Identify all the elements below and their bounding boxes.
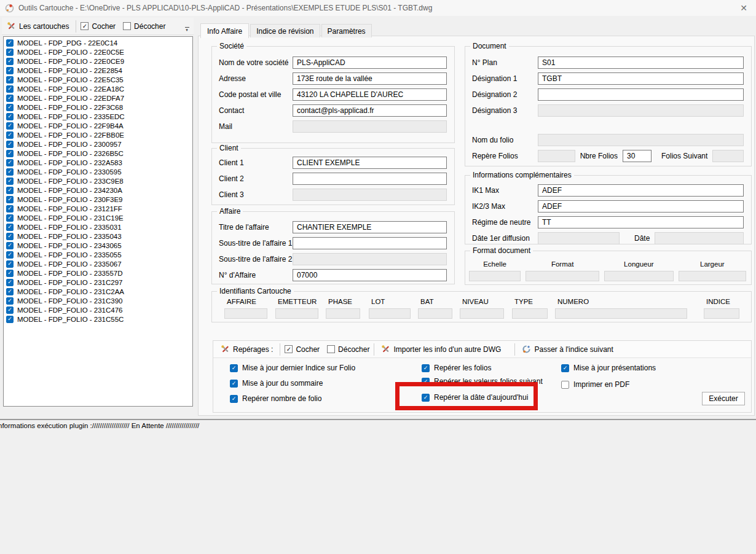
check-reperer-folios[interactable]: ✓ Repérer les folios — [422, 364, 491, 372]
list-item-checkbox[interactable]: ✓ — [6, 168, 14, 176]
check-reperer-date[interactable]: ✓ Repérer la dâte d'aujourd'hui — [422, 393, 528, 402]
check-maj-presentations[interactable]: ✓ Mise à jour présentations — [561, 364, 656, 372]
list-item-checkbox[interactable]: ✓ — [6, 260, 14, 268]
list-item[interactable]: ✓ MODEL - FDP_FOLIO - 22E2854 — [4, 66, 192, 75]
maj-presentations-checkbox[interactable]: ✓ — [561, 364, 569, 372]
executer-button[interactable]: Exécuter — [702, 392, 745, 405]
list-item-checkbox[interactable]: ✓ — [6, 270, 14, 277]
rep-cocher-checkbox[interactable]: ✓ — [285, 345, 293, 353]
affaire-titre-field[interactable]: CHANTIER EXEMPLE — [293, 221, 447, 233]
list-item-checkbox[interactable]: ✓ — [6, 187, 14, 194]
rep-decocher-item[interactable]: ✓ Décocher — [327, 345, 369, 354]
list-item-checkbox[interactable]: ✓ — [6, 288, 14, 295]
list-item-checkbox[interactable]: ✓ — [6, 122, 14, 130]
list-item-checkbox[interactable]: ✓ — [6, 85, 14, 93]
list-item-checkbox[interactable]: ✓ — [6, 49, 14, 56]
tab-indice-revision[interactable]: Indice de révision — [250, 24, 320, 37]
list-item-checkbox[interactable]: ✓ — [6, 196, 14, 203]
decocher-checkbox[interactable]: ✓ — [123, 22, 131, 30]
list-item-checkbox[interactable]: ✓ — [6, 316, 14, 323]
list-item[interactable]: ✓ MODEL - FDP_PDG - 22E0C14 — [4, 38, 192, 47]
client1-field[interactable]: CLIENT EXEMPLE — [293, 157, 447, 169]
societe-adresse-field[interactable]: 173E route de la vallée — [293, 72, 447, 85]
list-item-checkbox[interactable]: ✓ — [6, 58, 14, 65]
list-item-checkbox[interactable]: ✓ — [6, 67, 14, 74]
maj-sommaire-checkbox[interactable]: ✓ — [230, 380, 238, 388]
list-item[interactable]: ✓ MODEL - FDP_FOLIO - 233557D — [4, 268, 192, 278]
list-item[interactable]: ✓ MODEL - FDP_FOLIO - 2330595 — [4, 167, 192, 176]
list-item[interactable]: ✓ MODEL - FDP_FOLIO - 22EA18C — [4, 84, 192, 93]
list-item[interactable]: ✓ MODEL - FDP_FOLIO - 22E0CE9 — [4, 57, 192, 66]
cartouche-list[interactable]: ✓ MODEL - FDP_PDG - 22E0C14 ✓ MODEL - FD… — [3, 36, 193, 407]
rep-decocher-checkbox[interactable]: ✓ — [327, 345, 335, 353]
list-item[interactable]: ✓ MODEL - FDP_FOLIO - 22E5C35 — [4, 75, 192, 84]
regime-neutre-field[interactable]: TT — [538, 216, 744, 228]
list-item-checkbox[interactable]: ✓ — [6, 224, 14, 231]
list-item-checkbox[interactable]: ✓ — [6, 39, 14, 47]
list-item[interactable]: ✓ MODEL - FDP_FOLIO - 231C297 — [4, 278, 192, 287]
cocher-checkbox-item[interactable]: ✓ Cocher — [81, 22, 116, 31]
tab-info-affaire[interactable]: Info Affaire — [200, 23, 249, 38]
societe-ville-field[interactable]: 43120 LA CHAPELLE D'AUREC — [293, 88, 447, 101]
reperer-folios-checkbox[interactable]: ✓ — [422, 364, 430, 372]
list-item-checkbox[interactable]: ✓ — [6, 131, 14, 139]
check-reperer-nombre-folio[interactable]: ✓ Repérer nombre de folio — [230, 394, 321, 403]
list-item[interactable]: ✓ MODEL - FDP_FOLIO - 231C19E — [4, 213, 192, 222]
list-item-checkbox[interactable]: ✓ — [6, 242, 14, 249]
list-item-checkbox[interactable]: ✓ — [6, 104, 14, 111]
list-item[interactable]: ✓ MODEL - FDP_FOLIO - 234230A — [4, 185, 192, 195]
list-item[interactable]: ✓ MODEL - FDP_FOLIO - 2335043 — [4, 232, 192, 241]
nbre-folios-field[interactable]: 30 — [623, 150, 652, 162]
les-cartouches-button[interactable]: Les cartouches — [4, 20, 71, 32]
list-item-checkbox[interactable]: ✓ — [6, 95, 14, 102]
decocher-checkbox-item[interactable]: ✓ Décocher — [123, 22, 165, 31]
list-item-checkbox[interactable]: ✓ — [6, 214, 14, 222]
list-item[interactable]: ✓ MODEL - FDP_FOLIO - 23121FF — [4, 204, 192, 213]
list-item[interactable]: ✓ MODEL - FDP_FOLIO - 2335031 — [4, 222, 192, 232]
designation1-field[interactable]: TGBT — [538, 72, 744, 85]
list-item[interactable]: ✓ MODEL - FDP_FOLIO - 231C2AA — [4, 287, 192, 296]
imprimer-pdf-checkbox[interactable]: ✓ — [561, 381, 569, 389]
client2-field[interactable] — [293, 173, 447, 185]
toolbar-overflow-icon[interactable]: ▾ — [183, 24, 191, 34]
ik23-max-field[interactable]: ADEF — [538, 200, 744, 213]
list-item[interactable]: ✓ MODEL - FDP_FOLIO - 2343065 — [4, 241, 192, 250]
list-item-checkbox[interactable]: ✓ — [6, 233, 14, 240]
list-item[interactable]: ✓ MODEL - FDP_FOLIO - 2335055 — [4, 250, 192, 259]
importer-dwg-button[interactable]: Importer les info d'un autre DWG — [379, 343, 503, 355]
list-item[interactable]: ✓ MODEL - FDP_FOLIO - 2300957 — [4, 139, 192, 149]
list-item[interactable]: ✓ MODEL - FDP_FOLIO - 2326B5C — [4, 149, 192, 158]
list-item-checkbox[interactable]: ✓ — [6, 159, 14, 166]
reperages-button[interactable]: Repérages : — [218, 343, 275, 355]
designation2-field[interactable] — [538, 88, 744, 101]
close-icon[interactable]: ✕ — [738, 2, 750, 14]
list-item-checkbox[interactable]: ✓ — [6, 113, 14, 120]
list-item[interactable]: ✓ MODEL - FDP_FOLIO - 230F3E9 — [4, 195, 192, 204]
list-item[interactable]: ✓ MODEL - FDP_FOLIO - 231C390 — [4, 296, 192, 305]
maj-indice-checkbox[interactable]: ✓ — [230, 364, 238, 372]
list-item[interactable]: ✓ MODEL - FDP_FOLIO - 2335067 — [4, 259, 192, 268]
list-item[interactable]: ✓ MODEL - FDP_FOLIO - 22E0C5E — [4, 47, 192, 57]
list-item[interactable]: ✓ MODEL - FDP_FOLIO - 22F9B4A — [4, 121, 192, 130]
list-item-checkbox[interactable]: ✓ — [6, 306, 14, 314]
list-item-checkbox[interactable]: ✓ — [6, 178, 14, 185]
rep-cocher-item[interactable]: ✓ Cocher — [285, 345, 320, 354]
plan-field[interactable]: S01 — [538, 57, 744, 69]
societe-nom-field[interactable]: PLS-AppliCAD — [293, 57, 447, 69]
passer-indice-button[interactable]: Passer à l'indice suivant — [519, 343, 615, 355]
list-item[interactable]: ✓ MODEL - FDP_FOLIO - 231C476 — [4, 305, 192, 314]
list-item[interactable]: ✓ MODEL - FDP_FOLIO - 231C55C — [4, 314, 192, 324]
reperer-date-checkbox[interactable]: ✓ — [422, 394, 430, 402]
list-item-checkbox[interactable]: ✓ — [6, 297, 14, 305]
list-item[interactable]: ✓ MODEL - FDP_FOLIO - 22EDFA7 — [4, 93, 192, 103]
list-item-checkbox[interactable]: ✓ — [6, 205, 14, 213]
list-item[interactable]: ✓ MODEL - FDP_FOLIO - 233C9E8 — [4, 176, 192, 185]
ik1-max-field[interactable]: ADEF — [538, 184, 744, 197]
list-item[interactable]: ✓ MODEL - FDP_FOLIO - 232A583 — [4, 158, 192, 167]
cocher-checkbox[interactable]: ✓ — [81, 22, 89, 30]
affaire-soustitre1-field[interactable] — [293, 237, 447, 249]
list-item-checkbox[interactable]: ✓ — [6, 279, 14, 286]
list-item-checkbox[interactable]: ✓ — [6, 251, 14, 259]
list-item-checkbox[interactable]: ✓ — [6, 150, 14, 157]
check-maj-sommaire[interactable]: ✓ Mise à jour du sommaire — [230, 379, 323, 388]
